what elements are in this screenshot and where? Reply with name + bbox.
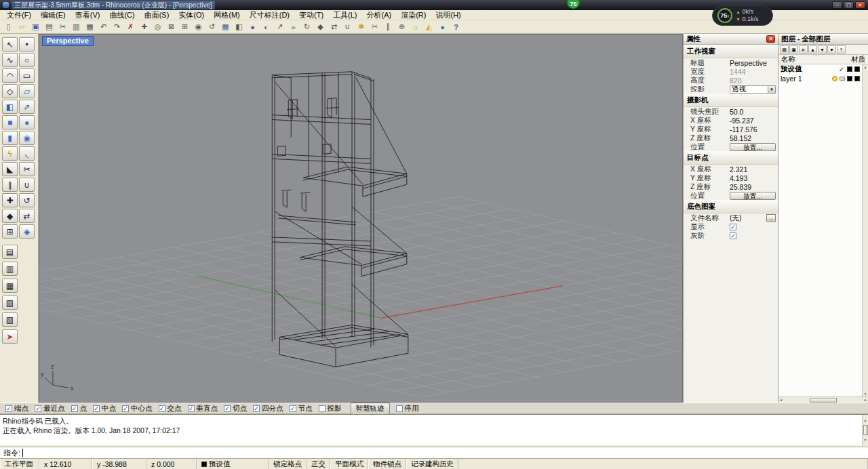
menu-file[interactable]: 文件(F) <box>2 10 36 20</box>
smart-track-button[interactable]: 智慧轨迹 <box>351 403 390 415</box>
menu-mesh[interactable]: 网格(M) <box>209 10 245 20</box>
layer-color-swatch[interactable] <box>847 66 852 72</box>
checkbox[interactable]: ✓ <box>290 405 296 412</box>
mirror-icon[interactable]: ⇄ <box>328 21 340 33</box>
minimize-button[interactable]: ─ <box>832 1 842 9</box>
scroll-left-icon[interactable]: ◄ <box>779 398 783 402</box>
camera-y-value[interactable]: -117.576 <box>730 125 776 134</box>
current-layer-check-icon[interactable]: ✓ <box>838 66 845 73</box>
box-solid-icon[interactable]: ■ <box>2 115 18 129</box>
new-file-icon[interactable]: ▯ <box>2 21 15 33</box>
layers-help-icon[interactable]: ? <box>837 45 846 54</box>
column-material[interactable]: 材质 <box>851 55 865 64</box>
scrollbar-thumb[interactable] <box>810 398 837 403</box>
copy-object-icon[interactable]: » <box>287 21 300 33</box>
cplane-icon[interactable]: ▤ <box>2 245 18 259</box>
rotate-tool-icon[interactable]: ↺ <box>19 193 35 207</box>
pane-planar[interactable]: 平面模式 <box>330 459 368 469</box>
help-icon[interactable]: ? <box>450 21 462 33</box>
checkbox[interactable] <box>319 405 326 412</box>
move-icon[interactable]: ↗ <box>273 21 286 33</box>
menu-transform[interactable]: 变动(T) <box>294 10 328 20</box>
scroll-up-icon[interactable]: ▲ <box>864 415 867 425</box>
open-file-icon[interactable]: ▱ <box>16 21 28 33</box>
scroll-right-icon[interactable]: ► <box>864 398 867 402</box>
render-icon[interactable]: ● <box>246 21 259 33</box>
viewport-title-value[interactable]: Perspective <box>730 59 776 67</box>
new-sublayer-icon[interactable]: ▣ <box>789 45 798 54</box>
object-snap-icon[interactable]: ⊕ <box>395 21 408 33</box>
mirror-tool-icon[interactable]: ⇄ <box>19 209 35 223</box>
layer-row-layer1[interactable]: layer 1 <box>778 74 862 83</box>
chevron-down-icon[interactable]: ▼ <box>768 86 775 93</box>
fillet-curve-icon[interactable]: ◟ <box>19 146 35 161</box>
layers-vertical-scrollbar[interactable]: ▲ ▼ <box>862 64 868 396</box>
camera-place-button[interactable]: 放置... <box>730 143 776 151</box>
scale-tool-icon[interactable]: ◆ <box>2 209 18 223</box>
arc-icon[interactable]: ◠ <box>2 68 18 83</box>
zoom-extents-icon[interactable]: ⊞ <box>178 21 191 33</box>
filter-icon[interactable]: ▼ <box>827 45 836 54</box>
surface-plane-icon[interactable]: ▱ <box>19 84 35 98</box>
pane-record-history[interactable]: 记录建构历史 <box>406 459 458 469</box>
menu-edit[interactable]: 编辑(E) <box>36 10 71 20</box>
viewport-canvas[interactable]: z y x <box>39 35 682 402</box>
menu-solid[interactable]: 实体(O) <box>174 10 209 20</box>
polygon-icon[interactable]: ◇ <box>2 84 18 98</box>
scroll-up-icon[interactable]: ▲ <box>864 65 867 69</box>
boolean-union-icon[interactable]: ◉ <box>19 131 35 145</box>
pane-osnap[interactable]: 物件锁点 <box>368 459 406 469</box>
camera-z-value[interactable]: 58.152 <box>730 134 776 142</box>
layer-lock-icon[interactable] <box>840 77 845 81</box>
shaded-view-icon[interactable]: ◧ <box>233 21 245 33</box>
scroll-down-icon[interactable]: ▼ <box>864 435 867 445</box>
layer-visibility-bulb-icon[interactable] <box>832 76 837 81</box>
background-filename-value[interactable]: (无) <box>730 213 765 223</box>
explode-tool-icon[interactable]: ϟ <box>2 146 18 161</box>
osnap-near[interactable]: ✓ 最近点 <box>35 404 65 413</box>
checkbox[interactable]: ✓ <box>159 405 165 412</box>
rotate-icon[interactable]: ↻ <box>300 21 313 33</box>
move-tool-icon[interactable]: ✚ <box>2 193 18 207</box>
extrude-surface-icon[interactable]: ⇗ <box>19 100 35 114</box>
lamp-icon[interactable]: ☼ <box>409 21 422 33</box>
osnap-point[interactable]: ✓ 点 <box>71 404 87 413</box>
checkbox[interactable]: ✓ <box>122 405 129 412</box>
menu-curve[interactable]: 曲线(C) <box>104 10 139 20</box>
target-place-button[interactable]: 放置... <box>730 192 776 200</box>
zoom-window-icon[interactable]: ⊠ <box>165 21 178 33</box>
cplane-pane[interactable]: 工作平面 <box>0 459 39 469</box>
earth-icon[interactable]: ● <box>436 21 449 33</box>
layer-name[interactable]: layer 1 <box>781 75 830 83</box>
zoom-dynamic-icon[interactable]: ◎ <box>151 21 164 33</box>
rectangle-icon[interactable]: ▭ <box>19 68 35 83</box>
new-layer-icon[interactable]: ▤ <box>780 45 789 54</box>
move-down-icon[interactable]: ▼ <box>818 45 827 54</box>
curve-freeform-icon[interactable]: ∿ <box>2 53 18 67</box>
pan-icon[interactable]: ✚ <box>138 21 151 33</box>
layers-horizontal-scrollbar[interactable]: ◄ ► <box>778 396 868 403</box>
command-input[interactable]: 指令: <box>0 447 868 459</box>
target-x-value[interactable]: 2.321 <box>730 165 776 174</box>
osnap-perpendicular[interactable]: ✓ 垂直点 <box>188 404 218 413</box>
checkbox[interactable]: ✓ <box>5 405 12 412</box>
perspective-viewport[interactable]: Perspective z y x <box>39 34 683 403</box>
undo-icon[interactable]: ↶ <box>97 21 110 33</box>
explode-icon[interactable]: ✱ <box>355 21 368 33</box>
print-icon[interactable]: ▤ <box>43 21 56 33</box>
join-tool-icon[interactable]: ∪ <box>19 178 35 192</box>
save-icon[interactable]: ▣ <box>29 21 42 33</box>
osnap-tangent[interactable]: ✓ 切点 <box>224 404 247 413</box>
circle-icon[interactable]: ○ <box>19 53 35 67</box>
sphere-solid-icon[interactable]: ● <box>19 115 35 129</box>
copy-icon[interactable]: ▥ <box>70 21 83 33</box>
layer-row-default[interactable]: 预设值 ✓ <box>778 64 862 74</box>
checkbox[interactable]: ✓ <box>35 405 41 412</box>
target-y-value[interactable]: 4.193 <box>730 174 776 182</box>
layer-name[interactable]: 预设值 <box>781 64 836 74</box>
render-preview-icon[interactable]: ◐ <box>260 21 273 33</box>
spotlight-icon[interactable]: ◭ <box>422 21 435 33</box>
select-arrow-icon[interactable]: ↖ <box>2 37 18 52</box>
chamfer-icon[interactable]: ◣ <box>2 162 18 176</box>
layer-material-swatch[interactable] <box>854 66 860 72</box>
